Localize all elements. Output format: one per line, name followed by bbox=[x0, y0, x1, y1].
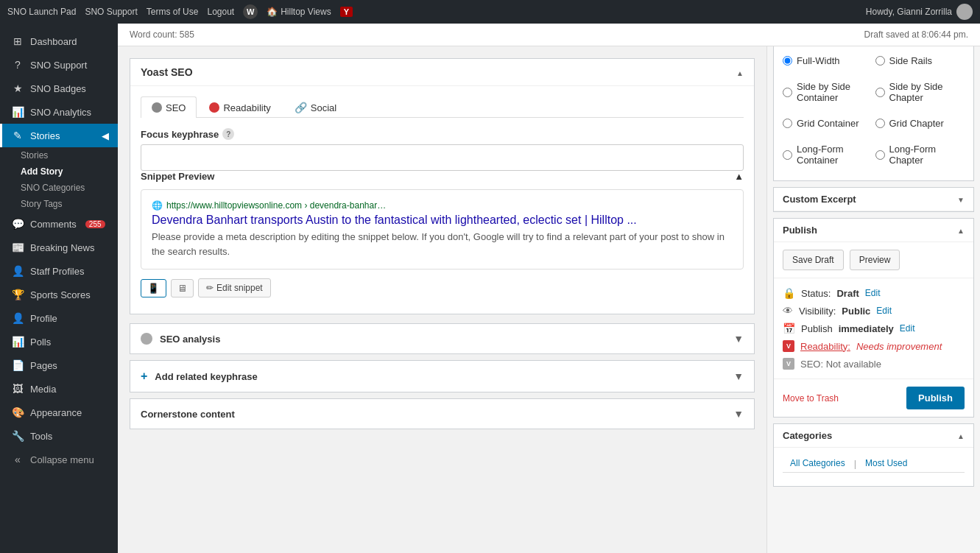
sidebar-item-staff-profiles[interactable]: 👤 Staff Profiles bbox=[0, 259, 118, 283]
site-link[interactable]: 🏠 Hilltop Views bbox=[267, 7, 331, 17]
sidebar: ⊞ Dashboard ? SNO Support ★ SNO Badges 📊… bbox=[0, 24, 118, 553]
sidebar-item-breaking-news[interactable]: 📰 Breaking News bbox=[0, 236, 118, 259]
sidebar-item-dashboard[interactable]: ⊞ Dashboard bbox=[0, 29, 118, 53]
calendar-icon: 📅 bbox=[783, 323, 795, 334]
yoast-collapse-arrow bbox=[736, 67, 744, 78]
visibility-icon: 👁 bbox=[783, 305, 793, 317]
publish-button[interactable]: Publish bbox=[906, 387, 965, 409]
radio-full-width-label[interactable]: Full-Width bbox=[797, 55, 840, 66]
radio-sbs-container-input[interactable] bbox=[783, 88, 792, 97]
radio-grid-chapter-input[interactable] bbox=[875, 119, 885, 128]
radio-grid-container-input[interactable] bbox=[783, 119, 792, 128]
radio-grid-chapter-label[interactable]: Grid Chapter bbox=[889, 118, 944, 129]
radio-lf-container-label[interactable]: Long-Form Container bbox=[797, 144, 873, 166]
sidebar-item-pages[interactable]: 📄 Pages bbox=[0, 353, 118, 377]
admin-howdy: Howdy, Gianni Zorrilla bbox=[866, 4, 973, 20]
publish-meta: 🔒 Status: Draft Edit 👁 Visibility: Publi… bbox=[774, 278, 973, 378]
preview-button[interactable]: Preview bbox=[850, 250, 900, 270]
snippet-url: 🌐 https://www.hilltopviewsonline.com › d… bbox=[152, 200, 733, 211]
radio-lf-container-input[interactable] bbox=[783, 150, 792, 160]
sidebar-item-sno-badges[interactable]: ★ SNO Badges bbox=[0, 77, 118, 100]
tab-seo[interactable]: SEO bbox=[141, 96, 197, 118]
sidebar-sub-stories[interactable]: Stories bbox=[0, 147, 118, 163]
readability-status: Needs improvement bbox=[856, 341, 942, 352]
sidebar-item-profile[interactable]: 👤 Profile bbox=[0, 306, 118, 330]
status-value: Draft bbox=[836, 288, 859, 299]
readability-link[interactable]: Readability: bbox=[800, 341, 850, 352]
radio-sbs-chapter-input[interactable] bbox=[875, 88, 885, 97]
radio-lf-chapter-label[interactable]: Long-Form Chapter bbox=[889, 144, 965, 166]
sidebar-item-polls[interactable]: 📊 Polls bbox=[0, 330, 118, 353]
sidebar-item-appearance[interactable]: 🎨 Appearance bbox=[0, 401, 118, 424]
sidebar-item-sno-support[interactable]: ? SNO Support bbox=[0, 53, 118, 77]
publish-title: Publish bbox=[783, 225, 817, 236]
snippet-title[interactable]: Devendra Banhart transports Austin to th… bbox=[152, 214, 733, 227]
seo-analysis-header[interactable]: SEO analysis ▼ bbox=[130, 324, 754, 353]
sidebar-sub-sno-categories[interactable]: SNO Categories bbox=[0, 180, 118, 196]
radio-grid-container-label[interactable]: Grid Container bbox=[797, 118, 859, 129]
snippet-header[interactable]: Snippet Preview ▲ bbox=[141, 171, 744, 182]
admin-bar: SNO Launch Pad SNO Support Terms of Use … bbox=[0, 0, 980, 24]
snippet-preview-section: Snippet Preview ▲ 🌐 https://www.hilltopv… bbox=[141, 171, 744, 297]
categories-section: Categories All Categories | Most Used bbox=[773, 423, 974, 487]
help-icon[interactable]: ? bbox=[222, 128, 234, 140]
seo-analysis-icon bbox=[141, 333, 152, 345]
categories-header[interactable]: Categories bbox=[774, 424, 973, 448]
sidebar-item-sno-analytics[interactable]: 📊 SNO Analytics bbox=[0, 100, 118, 124]
radio-grid-chapter: Grid Chapter bbox=[875, 116, 965, 130]
collapse-menu-icon: « bbox=[11, 454, 24, 465]
sidebar-item-sports-scores[interactable]: 🏆 Sports Scores bbox=[0, 283, 118, 306]
save-draft-button[interactable]: Save Draft bbox=[783, 250, 844, 270]
snippet-desc: Please provide a meta description by edi… bbox=[152, 230, 733, 258]
tab-social[interactable]: 🔗 Social bbox=[283, 96, 348, 118]
move-to-trash-link[interactable]: Move to Trash bbox=[783, 393, 839, 404]
avatar bbox=[956, 4, 973, 20]
layout-options-section: Full-Width Side Rails Side by Side bbox=[773, 46, 974, 181]
focus-keyphrase-section: Focus keyphrase ? bbox=[141, 128, 744, 171]
yoast-title: Yoast SEO bbox=[141, 66, 193, 78]
tab-readability[interactable]: Readability bbox=[198, 96, 281, 118]
publish-time-edit-link[interactable]: Edit bbox=[900, 323, 915, 334]
radio-lf-chapter-input[interactable] bbox=[875, 150, 885, 160]
admin-bar-logout[interactable]: Logout bbox=[207, 7, 234, 17]
radio-sbs-container-label[interactable]: Side by Side Container bbox=[797, 81, 873, 103]
sidebar-sub-add-story[interactable]: Add Story bbox=[0, 163, 118, 180]
mobile-device-btn[interactable]: 📱 bbox=[141, 279, 166, 297]
sno-support-icon: ? bbox=[11, 59, 24, 71]
radio-side-rails-input[interactable] bbox=[875, 56, 885, 66]
sidebar-item-tools[interactable]: 🔧 Tools bbox=[0, 424, 118, 448]
radio-side-rails-label[interactable]: Side Rails bbox=[889, 55, 933, 66]
sidebar-sub-story-tags[interactable]: Story Tags bbox=[0, 196, 118, 212]
publish-header[interactable]: Publish bbox=[774, 219, 973, 242]
sidebar-item-stories[interactable]: ✎ Stories ◀ bbox=[0, 124, 118, 147]
visibility-edit-link[interactable]: Edit bbox=[876, 306, 892, 316]
focus-keyphrase-input[interactable] bbox=[141, 144, 744, 171]
cornerstone-header[interactable]: Cornerstone content ▼ bbox=[130, 399, 754, 429]
admin-bar-terms[interactable]: Terms of Use bbox=[147, 7, 199, 17]
admin-bar-sno-launch-pad[interactable]: SNO Launch Pad bbox=[7, 7, 76, 17]
sidebar-item-comments[interactable]: 💬 Comments 255 bbox=[0, 212, 118, 236]
focus-keyphrase-label: Focus keyphrase ? bbox=[141, 128, 744, 140]
edit-snippet-btn[interactable]: ✏ Edit snippet bbox=[198, 278, 271, 297]
cornerstone-title: Cornerstone content bbox=[141, 409, 235, 420]
categories-collapse-arrow bbox=[957, 430, 965, 441]
right-panel: Full-Width Side Rails Side by Side bbox=[766, 46, 980, 553]
seo-analysis-title: SEO analysis bbox=[160, 334, 220, 345]
desktop-device-btn[interactable]: 🖥 bbox=[171, 279, 194, 297]
radio-sbs-chapter-label[interactable]: Side by Side Chapter bbox=[889, 81, 965, 103]
sidebar-item-collapse-menu[interactable]: « Collapse menu bbox=[0, 448, 118, 471]
sidebar-item-media[interactable]: 🖼 Media bbox=[0, 377, 118, 401]
custom-excerpt-header[interactable]: Custom Excerpt bbox=[774, 188, 973, 211]
cat-tab-all[interactable]: All Categories bbox=[783, 455, 853, 472]
pages-icon: 📄 bbox=[11, 359, 24, 371]
breaking-news-icon: 📰 bbox=[11, 242, 24, 253]
visibility-label: Visibility: bbox=[799, 306, 836, 317]
categories-body: All Categories | Most Used bbox=[774, 448, 973, 486]
cat-tab-most-used[interactable]: Most Used bbox=[858, 455, 914, 472]
related-keyphrase-header[interactable]: + Add related keyphrase ▼ bbox=[130, 361, 754, 392]
admin-bar-sno-support[interactable]: SNO Support bbox=[85, 7, 137, 17]
status-edit-link[interactable]: Edit bbox=[865, 288, 881, 298]
yoast-seo-header[interactable]: Yoast SEO bbox=[130, 59, 754, 86]
radio-full-width-input[interactable] bbox=[783, 56, 792, 66]
sports-scores-icon: 🏆 bbox=[11, 289, 24, 300]
